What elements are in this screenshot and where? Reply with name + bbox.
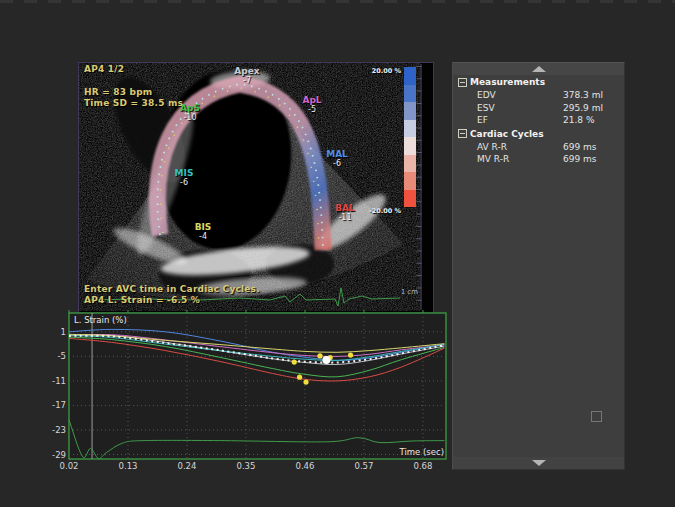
colorbar-segment [404,190,416,208]
x-tick-label: 0.57 [354,461,373,471]
colorbar-segment [404,102,416,120]
x-tick-label: 0.68 [413,461,432,471]
colorbar-min-label: -20.00 % [357,207,401,215]
segment-label-apl: ApL-5 [302,95,321,115]
view-label: AP4 1/2 [84,64,124,74]
collapse-icon[interactable] [458,78,467,87]
application-window: AP4 1/2 HR = 83 bpm Time SD = 38.5 ms En… [0,0,675,507]
measurements-panel: MeasurementsEDV378.3 mlESV295.9 mlEF21.8… [452,62,625,470]
y-tick-label: 1 [44,327,66,337]
colorbar-segment [404,155,416,173]
x-tick-label: 0.24 [178,461,197,471]
chart-title: L. Strain (%) [74,315,127,325]
x-tick-label: 0.02 [60,461,79,471]
scroll-down-icon [532,460,546,466]
measurement-row: AV R-R699 ms [453,141,624,154]
segment-label-bal: BAL-11 [335,203,355,223]
group-header-cardiac-cycles[interactable]: Cardiac Cycles [453,127,624,141]
segment-label-mis: MIS-6 [175,168,194,188]
strain-chart-plot [69,313,446,459]
panel-scroll-down[interactable] [453,457,624,469]
colorbar-segment [404,85,416,103]
measurement-row: EF21.8 % [453,114,624,127]
collapse-icon[interactable] [458,129,467,138]
y-tick-label: -23 [44,425,66,435]
colorbar-segment [404,67,416,85]
panel-scroll-up[interactable] [453,63,624,75]
panel-small-button[interactable] [591,411,602,422]
y-tick-label: -29 [44,450,66,460]
segment-label-apex: Apex-7 [234,66,259,86]
time-sd-label: Time SD = 38.5 ms [84,98,183,108]
segment-label-bis: BIS-4 [195,222,212,242]
segment-label-mal: MAL-6 [326,149,348,169]
chart-xlabel: Time (sec) [374,447,444,457]
x-tick-label: 0.46 [295,461,314,471]
global-strain-label: AP4 L. Strain = -6.5 % [84,295,200,305]
y-tick-label: -17 [44,400,66,410]
colorbar-segment [404,137,416,155]
colorbar-segment [404,172,416,190]
x-tick-label: 0.13 [119,461,138,471]
y-tick-label: -11 [44,376,66,386]
segment-label-aps: ApS-10 [180,103,200,123]
strain-colorbar [404,67,416,207]
x-tick-label: 0.35 [237,461,256,471]
measurement-row: MV R-R699 ms [453,153,624,166]
measurement-row: EDV378.3 ml [453,89,624,102]
colorbar-segment [404,120,416,138]
y-tick-label: -5 [44,351,66,361]
heart-rate-label: HR = 83 bpm [84,87,152,97]
scroll-up-icon [532,66,546,72]
measurement-row: ESV295.9 ml [453,102,624,115]
depth-scale-label: 1 cm [398,288,418,296]
colorbar-max-label: 20.00 % [357,67,401,75]
group-header-measurements[interactable]: Measurements [453,75,624,89]
avc-prompt: Enter AVC time in Cardiac Cycles. [84,284,260,294]
